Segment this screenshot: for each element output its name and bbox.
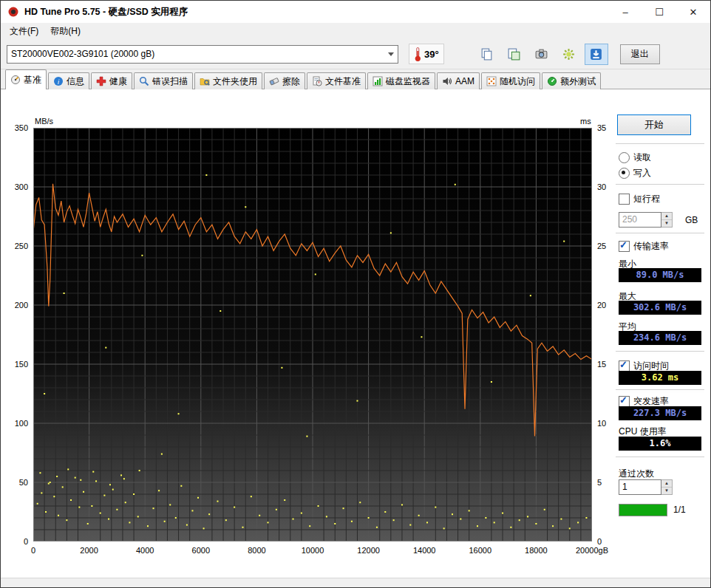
menu-item-file[interactable]: 文件(F) — [4, 24, 44, 39]
tab-health[interactable]: 健康 — [91, 72, 132, 89]
y-axis-unit: MB/s — [35, 117, 53, 126]
pass-count-input[interactable]: 1 — [619, 479, 661, 495]
window-title: HD Tune Pro 5.75 - 硬盘/SSD 实用程序 — [24, 6, 188, 18]
separator — [616, 389, 704, 392]
tab-error-scan[interactable]: 错误扫描 — [134, 72, 193, 89]
spinner-down-icon[interactable]: ▼ — [661, 220, 672, 227]
write-option: 写入 — [619, 167, 651, 180]
y2-axis-tick: 20 — [597, 301, 606, 310]
tab-folder-usage[interactable]: 文件夹使用 — [194, 72, 262, 89]
toolbar-buttons — [475, 44, 608, 65]
tab-label: 擦除 — [282, 75, 300, 88]
tab-random-access[interactable]: 随机访问 — [481, 72, 540, 89]
copy-image-button[interactable] — [503, 44, 526, 65]
y-axis-tick: 250 — [1, 242, 28, 250]
disk-monitor-icon — [372, 76, 383, 86]
toolbar: ST20000VE002-3G9101 (20000 gB) 39° 退出 — [1, 39, 710, 69]
pass-count-label: 通过次数 — [619, 468, 654, 480]
y2-axis-unit: ms — [580, 117, 591, 126]
separator — [616, 351, 704, 354]
read-radio[interactable] — [619, 152, 630, 163]
menu-item-help[interactable]: 帮助(H) — [44, 24, 86, 39]
y2-axis-tick: 15 — [597, 360, 606, 369]
short-stroke-spinner: ▲ ▼ — [661, 212, 673, 228]
spinner-down-icon[interactable]: ▼ — [661, 488, 672, 494]
minimize-button[interactable]: – — [608, 1, 642, 23]
titlebar: HD Tune Pro 5.75 - 硬盘/SSD 实用程序 – ☐ ✕ — [1, 1, 710, 23]
folder-usage-icon — [200, 76, 210, 86]
tab-disk-monitor[interactable]: 磁盘监视器 — [367, 72, 435, 89]
progress-label: 1/1 — [673, 505, 686, 515]
spinner-up-icon[interactable]: ▲ — [661, 480, 672, 488]
transfer-rate-label: 传输速率 — [633, 240, 669, 253]
max-value: 302.6 MB/s — [619, 301, 701, 315]
benchmark-icon — [10, 75, 21, 85]
side-panel: 开始 读取 写入 短行程 250 ▲ ▼ GB — [614, 89, 709, 578]
write-label: 写入 — [633, 167, 651, 180]
pass-count-spinner: ▲ ▼ — [661, 479, 673, 495]
short-stroke-input-group: 250 ▲ ▼ — [619, 212, 673, 228]
avg-value: 234.6 MB/s — [619, 331, 701, 345]
min-value: 89.0 MB/s — [619, 268, 701, 282]
chart-area: MB/s ms 35030025020015010050035302520151… — [1, 89, 614, 578]
tab-extra-tests[interactable]: 额外测试 — [542, 72, 601, 89]
tab-aam[interactable]: AAM — [437, 72, 480, 89]
tab-erase[interactable]: 擦除 — [264, 72, 305, 89]
close-button[interactable]: ✕ — [676, 1, 710, 23]
separator — [616, 143, 704, 146]
maximize-button[interactable]: ☐ — [642, 1, 676, 23]
read-option: 读取 — [619, 151, 651, 164]
cpu-usage-value: 1.6% — [619, 437, 701, 451]
drive-select[interactable]: ST20000VE002-3G9101 (20000 gB) — [7, 45, 398, 64]
y2-axis-tick: 30 — [597, 182, 606, 191]
separator — [616, 233, 704, 236]
tab-benchmark[interactable]: 基准 — [5, 69, 47, 89]
save-icon — [589, 47, 603, 61]
progress-fill — [619, 505, 667, 516]
copy-button[interactable] — [475, 44, 499, 65]
progress-bar — [619, 504, 667, 516]
info-icon: i — [53, 76, 64, 86]
x-axis-tick: 4000 — [136, 546, 154, 555]
content: MB/s ms 35030025020015010050035302520151… — [1, 89, 710, 578]
save-button[interactable] — [585, 44, 608, 65]
short-stroke-input[interactable]: 250 — [619, 212, 661, 228]
tab-label: AAM — [455, 76, 474, 86]
thermometer-icon — [414, 47, 422, 62]
y2-axis-tick: 35 — [597, 123, 606, 132]
camera-icon — [534, 47, 548, 61]
error-scan-icon — [139, 76, 149, 86]
y-axis-tick: 100 — [1, 419, 28, 428]
statusbar — [1, 578, 710, 587]
burst-rate-checkbox[interactable] — [619, 396, 630, 407]
x-axis-tick: 20000gB — [576, 546, 608, 555]
exit-button[interactable]: 退出 — [620, 44, 660, 64]
drive-select-value: ST20000VE002-3G9101 (20000 gB) — [11, 49, 385, 59]
tab-file-benchmark[interactable]: 文件基准 — [307, 72, 366, 89]
health-icon — [96, 76, 106, 86]
short-stroke-checkbox[interactable] — [619, 194, 630, 205]
transfer-rate-checkbox[interactable] — [619, 241, 630, 252]
y-axis-tick: 50 — [1, 478, 28, 487]
separator — [616, 184, 704, 187]
x-axis-tick: 16000 — [469, 546, 492, 555]
y2-axis-tick: 10 — [597, 419, 606, 428]
gb-unit-label: GB — [685, 215, 698, 225]
x-axis-tick: 12000 — [357, 546, 380, 555]
start-button[interactable]: 开始 — [617, 114, 691, 135]
options-button[interactable] — [557, 44, 581, 65]
tab-label: 信息 — [67, 75, 84, 88]
tab-label: 文件基准 — [325, 75, 361, 88]
screenshot-button[interactable] — [530, 44, 554, 65]
random-access-icon — [486, 76, 497, 86]
read-label: 读取 — [633, 151, 651, 164]
tab-info[interactable]: i信息 — [48, 72, 89, 89]
y-axis-tick: 300 — [1, 182, 28, 191]
short-stroke-option: 短行程 — [619, 193, 660, 205]
spinner-up-icon[interactable]: ▲ — [661, 213, 672, 220]
burst-rate-value: 227.3 MB/s — [619, 406, 701, 420]
write-radio[interactable] — [619, 168, 630, 179]
x-axis-tick: 14000 — [413, 546, 436, 555]
x-axis-tick: 10000 — [302, 546, 324, 555]
access-time-checkbox[interactable] — [619, 360, 630, 372]
